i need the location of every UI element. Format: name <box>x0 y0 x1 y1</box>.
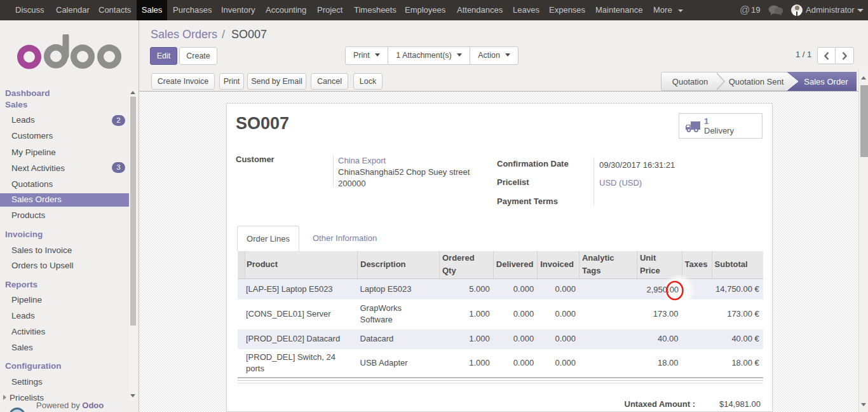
svg-text:Quotation Sent: Quotation Sent <box>729 77 784 86</box>
svg-text:Quotation: Quotation <box>672 77 708 86</box>
svg-text:Sales Order: Sales Order <box>804 77 848 86</box>
